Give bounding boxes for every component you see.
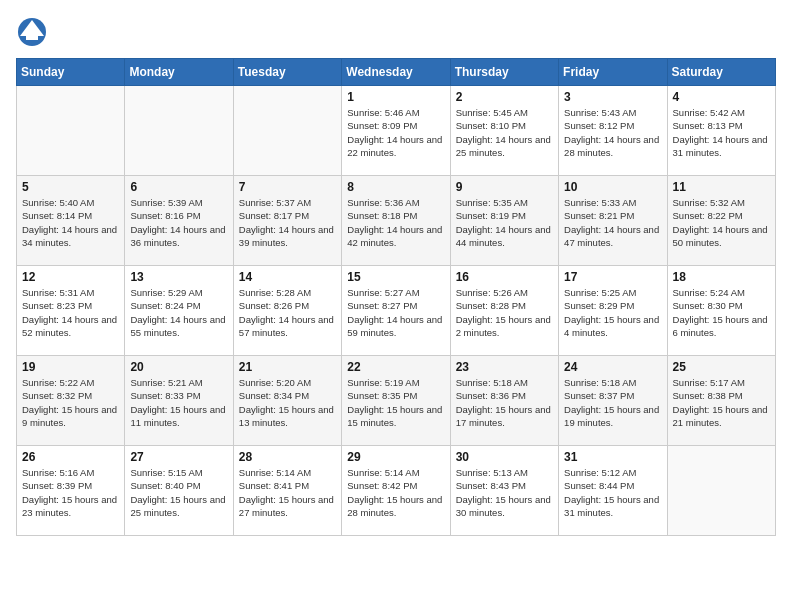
day-number: 14: [239, 270, 336, 284]
day-info: Sunrise: 5:25 AMSunset: 8:29 PMDaylight:…: [564, 286, 661, 339]
day-number: 22: [347, 360, 444, 374]
day-cell-1: 1Sunrise: 5:46 AMSunset: 8:09 PMDaylight…: [342, 86, 450, 176]
day-cell-15: 15Sunrise: 5:27 AMSunset: 8:27 PMDayligh…: [342, 266, 450, 356]
day-info: Sunrise: 5:35 AMSunset: 8:19 PMDaylight:…: [456, 196, 553, 249]
day-cell-21: 21Sunrise: 5:20 AMSunset: 8:34 PMDayligh…: [233, 356, 341, 446]
day-info: Sunrise: 5:46 AMSunset: 8:09 PMDaylight:…: [347, 106, 444, 159]
day-number: 23: [456, 360, 553, 374]
day-cell-20: 20Sunrise: 5:21 AMSunset: 8:33 PMDayligh…: [125, 356, 233, 446]
day-info: Sunrise: 5:13 AMSunset: 8:43 PMDaylight:…: [456, 466, 553, 519]
day-cell-10: 10Sunrise: 5:33 AMSunset: 8:21 PMDayligh…: [559, 176, 667, 266]
calendar-table: SundayMondayTuesdayWednesdayThursdayFrid…: [16, 58, 776, 536]
day-cell-24: 24Sunrise: 5:18 AMSunset: 8:37 PMDayligh…: [559, 356, 667, 446]
day-number: 31: [564, 450, 661, 464]
day-info: Sunrise: 5:28 AMSunset: 8:26 PMDaylight:…: [239, 286, 336, 339]
day-info: Sunrise: 5:14 AMSunset: 8:41 PMDaylight:…: [239, 466, 336, 519]
day-cell-11: 11Sunrise: 5:32 AMSunset: 8:22 PMDayligh…: [667, 176, 775, 266]
day-header-saturday: Saturday: [667, 59, 775, 86]
day-number: 29: [347, 450, 444, 464]
day-number: 20: [130, 360, 227, 374]
day-number: 16: [456, 270, 553, 284]
day-cell-8: 8Sunrise: 5:36 AMSunset: 8:18 PMDaylight…: [342, 176, 450, 266]
day-cell-6: 6Sunrise: 5:39 AMSunset: 8:16 PMDaylight…: [125, 176, 233, 266]
day-info: Sunrise: 5:31 AMSunset: 8:23 PMDaylight:…: [22, 286, 119, 339]
day-number: 12: [22, 270, 119, 284]
day-header-wednesday: Wednesday: [342, 59, 450, 86]
week-row-2: 5Sunrise: 5:40 AMSunset: 8:14 PMDaylight…: [17, 176, 776, 266]
day-cell-19: 19Sunrise: 5:22 AMSunset: 8:32 PMDayligh…: [17, 356, 125, 446]
day-number: 28: [239, 450, 336, 464]
day-info: Sunrise: 5:42 AMSunset: 8:13 PMDaylight:…: [673, 106, 770, 159]
day-cell-14: 14Sunrise: 5:28 AMSunset: 8:26 PMDayligh…: [233, 266, 341, 356]
day-number: 4: [673, 90, 770, 104]
day-info: Sunrise: 5:20 AMSunset: 8:34 PMDaylight:…: [239, 376, 336, 429]
day-cell-16: 16Sunrise: 5:26 AMSunset: 8:28 PMDayligh…: [450, 266, 558, 356]
day-info: Sunrise: 5:12 AMSunset: 8:44 PMDaylight:…: [564, 466, 661, 519]
day-number: 5: [22, 180, 119, 194]
day-number: 6: [130, 180, 227, 194]
week-row-3: 12Sunrise: 5:31 AMSunset: 8:23 PMDayligh…: [17, 266, 776, 356]
empty-cell: [17, 86, 125, 176]
day-info: Sunrise: 5:33 AMSunset: 8:21 PMDaylight:…: [564, 196, 661, 249]
day-cell-3: 3Sunrise: 5:43 AMSunset: 8:12 PMDaylight…: [559, 86, 667, 176]
svg-rect-2: [26, 36, 38, 40]
day-number: 9: [456, 180, 553, 194]
day-header-monday: Monday: [125, 59, 233, 86]
day-info: Sunrise: 5:18 AMSunset: 8:36 PMDaylight:…: [456, 376, 553, 429]
day-cell-9: 9Sunrise: 5:35 AMSunset: 8:19 PMDaylight…: [450, 176, 558, 266]
day-number: 2: [456, 90, 553, 104]
day-number: 17: [564, 270, 661, 284]
day-cell-23: 23Sunrise: 5:18 AMSunset: 8:36 PMDayligh…: [450, 356, 558, 446]
day-info: Sunrise: 5:21 AMSunset: 8:33 PMDaylight:…: [130, 376, 227, 429]
day-cell-28: 28Sunrise: 5:14 AMSunset: 8:41 PMDayligh…: [233, 446, 341, 536]
day-number: 3: [564, 90, 661, 104]
day-cell-30: 30Sunrise: 5:13 AMSunset: 8:43 PMDayligh…: [450, 446, 558, 536]
day-info: Sunrise: 5:14 AMSunset: 8:42 PMDaylight:…: [347, 466, 444, 519]
calendar-header-row: SundayMondayTuesdayWednesdayThursdayFrid…: [17, 59, 776, 86]
empty-cell: [125, 86, 233, 176]
day-number: 13: [130, 270, 227, 284]
day-info: Sunrise: 5:17 AMSunset: 8:38 PMDaylight:…: [673, 376, 770, 429]
logo: [16, 16, 52, 48]
day-info: Sunrise: 5:43 AMSunset: 8:12 PMDaylight:…: [564, 106, 661, 159]
empty-cell: [233, 86, 341, 176]
day-info: Sunrise: 5:36 AMSunset: 8:18 PMDaylight:…: [347, 196, 444, 249]
day-info: Sunrise: 5:18 AMSunset: 8:37 PMDaylight:…: [564, 376, 661, 429]
day-cell-13: 13Sunrise: 5:29 AMSunset: 8:24 PMDayligh…: [125, 266, 233, 356]
day-cell-17: 17Sunrise: 5:25 AMSunset: 8:29 PMDayligh…: [559, 266, 667, 356]
day-info: Sunrise: 5:26 AMSunset: 8:28 PMDaylight:…: [456, 286, 553, 339]
day-info: Sunrise: 5:16 AMSunset: 8:39 PMDaylight:…: [22, 466, 119, 519]
day-cell-18: 18Sunrise: 5:24 AMSunset: 8:30 PMDayligh…: [667, 266, 775, 356]
logo-icon: [16, 16, 48, 48]
page-header: [16, 16, 776, 48]
day-header-friday: Friday: [559, 59, 667, 86]
day-number: 27: [130, 450, 227, 464]
week-row-5: 26Sunrise: 5:16 AMSunset: 8:39 PMDayligh…: [17, 446, 776, 536]
day-cell-31: 31Sunrise: 5:12 AMSunset: 8:44 PMDayligh…: [559, 446, 667, 536]
day-number: 25: [673, 360, 770, 374]
day-number: 1: [347, 90, 444, 104]
day-info: Sunrise: 5:22 AMSunset: 8:32 PMDaylight:…: [22, 376, 119, 429]
day-number: 30: [456, 450, 553, 464]
day-number: 18: [673, 270, 770, 284]
day-cell-12: 12Sunrise: 5:31 AMSunset: 8:23 PMDayligh…: [17, 266, 125, 356]
week-row-1: 1Sunrise: 5:46 AMSunset: 8:09 PMDaylight…: [17, 86, 776, 176]
day-header-tuesday: Tuesday: [233, 59, 341, 86]
day-number: 7: [239, 180, 336, 194]
day-header-thursday: Thursday: [450, 59, 558, 86]
day-info: Sunrise: 5:32 AMSunset: 8:22 PMDaylight:…: [673, 196, 770, 249]
day-info: Sunrise: 5:24 AMSunset: 8:30 PMDaylight:…: [673, 286, 770, 339]
day-number: 11: [673, 180, 770, 194]
day-header-sunday: Sunday: [17, 59, 125, 86]
day-cell-4: 4Sunrise: 5:42 AMSunset: 8:13 PMDaylight…: [667, 86, 775, 176]
day-cell-5: 5Sunrise: 5:40 AMSunset: 8:14 PMDaylight…: [17, 176, 125, 266]
day-number: 15: [347, 270, 444, 284]
day-cell-27: 27Sunrise: 5:15 AMSunset: 8:40 PMDayligh…: [125, 446, 233, 536]
day-cell-29: 29Sunrise: 5:14 AMSunset: 8:42 PMDayligh…: [342, 446, 450, 536]
day-info: Sunrise: 5:27 AMSunset: 8:27 PMDaylight:…: [347, 286, 444, 339]
day-info: Sunrise: 5:15 AMSunset: 8:40 PMDaylight:…: [130, 466, 227, 519]
week-row-4: 19Sunrise: 5:22 AMSunset: 8:32 PMDayligh…: [17, 356, 776, 446]
day-info: Sunrise: 5:39 AMSunset: 8:16 PMDaylight:…: [130, 196, 227, 249]
day-number: 24: [564, 360, 661, 374]
day-cell-7: 7Sunrise: 5:37 AMSunset: 8:17 PMDaylight…: [233, 176, 341, 266]
